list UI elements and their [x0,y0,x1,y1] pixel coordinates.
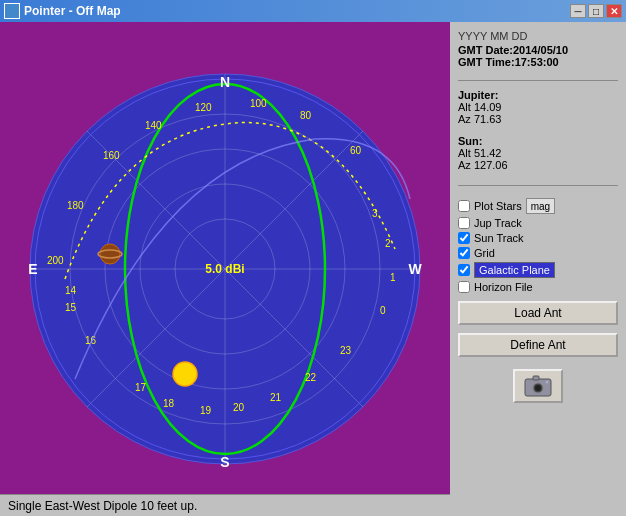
grid-row: Grid [458,247,618,259]
galactic-plane-row: Galactic Plane [458,262,618,278]
date-format-label: YYYY MM DD [458,30,618,42]
camera-button[interactable] [513,369,563,403]
svg-point-43 [535,385,541,391]
svg-text:5.0 dBi: 5.0 dBi [205,262,244,276]
jupiter-section: Jupiter: Alt 14.09 Az 71.63 [458,89,618,125]
plot-stars-row: Plot Stars mag [458,198,618,214]
sun-track-checkbox[interactable] [458,232,470,244]
jup-track-label: Jup Track [474,217,522,229]
svg-text:23: 23 [340,345,352,356]
svg-text:60: 60 [350,145,362,156]
gmt-date: GMT Date:2014/05/10 [458,44,618,56]
sun-section: Sun: Alt 51.42 Az 127.06 [458,135,618,171]
sky-map[interactable]: N S E W 60 80 100 120 140 160 180 200 14… [15,59,435,479]
grid-checkbox[interactable] [458,247,470,259]
svg-text:W: W [408,261,422,277]
main-content: N S E W 60 80 100 120 140 160 180 200 14… [0,22,626,516]
sun-label: Sun: [458,135,618,147]
jup-track-row: Jup Track [458,217,618,229]
plot-stars-label: Plot Stars [474,200,522,212]
load-ant-button[interactable]: Load Ant [458,301,618,325]
map-area: N S E W 60 80 100 120 140 160 180 200 14… [0,22,450,516]
svg-text:17: 17 [135,382,147,393]
svg-text:120: 120 [195,102,212,113]
jupiter-az: Az 71.63 [458,113,618,125]
grid-label: Grid [474,247,495,259]
svg-text:19: 19 [200,405,212,416]
svg-point-13 [173,362,197,386]
svg-text:E: E [28,261,37,277]
close-button[interactable]: ✕ [606,4,622,18]
svg-text:14: 14 [65,285,77,296]
date-section: YYYY MM DD GMT Date:2014/05/10 GMT Time:… [458,30,618,68]
svg-rect-44 [533,376,539,380]
maximize-button[interactable]: □ [588,4,604,18]
sun-alt: Alt 51.42 [458,147,618,159]
right-panel: YYYY MM DD GMT Date:2014/05/10 GMT Time:… [450,22,626,516]
svg-text:3: 3 [372,208,378,219]
svg-text:200: 200 [47,255,64,266]
jupiter-label: Jupiter: [458,89,618,101]
svg-text:S: S [220,454,229,470]
svg-text:180: 180 [67,200,84,211]
svg-point-11 [100,244,120,264]
horizon-file-checkbox[interactable] [458,281,470,293]
controls-section: Plot Stars mag Jup Track Sun Track Grid … [458,198,618,293]
svg-text:20: 20 [233,402,245,413]
svg-text:2: 2 [385,238,391,249]
define-ant-button[interactable]: Define Ant [458,333,618,357]
svg-point-45 [546,381,549,384]
gmt-time: GMT Time:17:53:00 [458,56,618,68]
svg-text:22: 22 [305,372,317,383]
plot-stars-checkbox[interactable] [458,200,470,212]
title-bar: Pointer - Off Map ─ □ ✕ [0,0,626,22]
camera-icon [524,375,552,397]
svg-text:140: 140 [145,120,162,131]
svg-text:15: 15 [65,302,77,313]
svg-text:0: 0 [380,305,386,316]
status-bar: Single East-West Dipole 10 feet up. [0,494,450,516]
horizon-file-label: Horizon File [474,281,533,293]
mag-button[interactable]: mag [526,198,555,214]
sun-track-label: Sun Track [474,232,524,244]
svg-text:1: 1 [390,272,396,283]
galactic-plane-checkbox[interactable] [458,264,470,276]
svg-text:80: 80 [300,110,312,121]
horizon-file-row: Horizon File [458,281,618,293]
svg-text:18: 18 [163,398,175,409]
jup-track-checkbox[interactable] [458,217,470,229]
svg-text:100: 100 [250,98,267,109]
sun-az: Az 127.06 [458,159,618,171]
window-title: Pointer - Off Map [24,4,121,18]
minimize-button[interactable]: ─ [570,4,586,18]
galactic-plane-label: Galactic Plane [474,262,555,278]
app-icon [4,3,20,19]
sun-track-row: Sun Track [458,232,618,244]
svg-text:160: 160 [103,150,120,161]
svg-text:21: 21 [270,392,282,403]
jupiter-alt: Alt 14.09 [458,101,618,113]
status-text: Single East-West Dipole 10 feet up. [8,499,197,513]
svg-text:N: N [220,74,230,90]
